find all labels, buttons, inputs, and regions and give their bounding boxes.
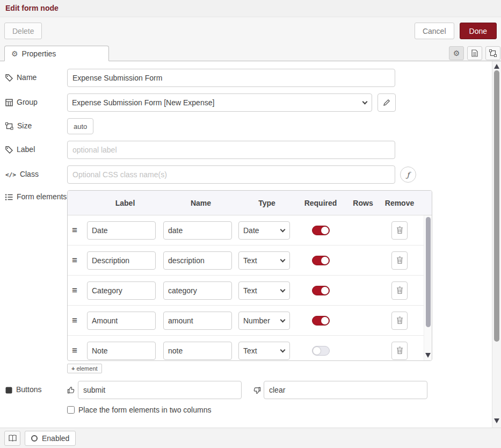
drag-handle-icon[interactable]: ≡ <box>72 316 87 325</box>
delete-button[interactable]: Delete <box>4 23 42 39</box>
size-label: Size <box>5 121 67 131</box>
element-label-input[interactable] <box>87 251 156 270</box>
dialog-title: Edit form node <box>0 0 501 17</box>
add-element-label: element <box>76 365 97 372</box>
class-helper-button[interactable]: ƒ <box>400 167 416 183</box>
required-toggle[interactable] <box>312 346 330 356</box>
required-toggle[interactable] <box>312 226 330 235</box>
form-elements-row: Form elements Label Name Type Required R… <box>5 190 485 373</box>
remove-element-button[interactable] <box>391 281 408 300</box>
label-row: Label <box>5 141 485 159</box>
element-label-input[interactable] <box>87 342 156 360</box>
appearance-icon <box>489 49 497 57</box>
group-label-text: Group <box>17 98 38 107</box>
name-input[interactable] <box>67 69 395 87</box>
element-label-input[interactable] <box>87 281 156 300</box>
done-button[interactable]: Done <box>460 23 497 39</box>
buttons-label: Buttons <box>5 385 67 395</box>
node-settings-button[interactable]: ⚙ <box>449 46 464 60</box>
clear-button-label-input[interactable] <box>264 381 427 399</box>
scroll-thumb[interactable] <box>494 70 499 342</box>
required-toggle[interactable] <box>312 316 330 326</box>
required-toggle[interactable] <box>312 256 330 265</box>
element-type-select[interactable]: Text <box>238 281 290 300</box>
add-element-button[interactable]: + element <box>67 364 102 373</box>
remove-element-button[interactable] <box>391 221 408 240</box>
scroll-up-icon[interactable] <box>494 64 499 69</box>
class-input[interactable] <box>67 165 395 184</box>
dialog-footer: Enabled <box>0 428 501 448</box>
trash-icon <box>396 226 403 234</box>
scroll-down-icon[interactable] <box>494 418 499 423</box>
element-type-select[interactable]: Number <box>238 312 290 330</box>
status-circle-icon <box>31 435 38 442</box>
node-info-button[interactable] <box>4 431 20 446</box>
label-label-text: Label <box>17 145 35 155</box>
tag-icon <box>5 146 13 154</box>
gear-icon: ⚙ <box>453 49 460 57</box>
properties-panel: Name Group Expense Submission Form [New … <box>0 61 501 428</box>
trash-icon <box>396 346 403 355</box>
group-row: Group Expense Submission Form [New Expen… <box>5 93 485 112</box>
element-name-input[interactable] <box>163 312 232 330</box>
dialog-button-bar: Delete Cancel Done <box>0 17 501 45</box>
element-label-input[interactable] <box>87 221 156 240</box>
table-scrollbar[interactable] <box>424 215 432 360</box>
column-header-rows: Rows <box>346 199 380 207</box>
toggle-knob <box>321 257 329 264</box>
column-header-required: Required <box>295 199 346 207</box>
tab-properties[interactable]: ⚙ Properties <box>4 46 109 61</box>
name-row: Name <box>5 69 485 87</box>
two-columns-checkbox[interactable] <box>67 406 75 414</box>
drag-handle-icon[interactable]: ≡ <box>72 346 87 355</box>
toggle-knob <box>321 287 329 294</box>
description-button[interactable] <box>467 46 482 60</box>
label-input[interactable] <box>67 141 395 159</box>
drag-handle-icon[interactable]: ≡ <box>72 256 87 265</box>
name-label-text: Name <box>17 73 37 83</box>
toggle-knob <box>321 317 329 324</box>
form-element-row: ≡ Text <box>68 245 432 276</box>
size-label-text: Size <box>17 121 32 131</box>
gear-icon: ⚙ <box>11 50 18 57</box>
tab-action-buttons: ⚙ <box>449 46 500 60</box>
vertical-scrollbar[interactable] <box>492 61 501 428</box>
column-header-label: Label <box>87 199 163 207</box>
enabled-toggle-button[interactable]: Enabled <box>25 431 76 446</box>
table-scroll-down-icon[interactable] <box>425 353 431 358</box>
element-type-select[interactable]: Date <box>238 221 290 240</box>
label-label: Label <box>5 145 67 155</box>
class-row: </> Class ƒ <box>5 165 485 184</box>
element-name-input[interactable] <box>163 221 232 240</box>
element-label-input[interactable] <box>87 312 156 330</box>
column-header-remove: Remove <box>380 199 419 207</box>
appearance-button[interactable] <box>485 46 500 60</box>
element-name-input[interactable] <box>163 281 232 300</box>
cancel-button[interactable]: Cancel <box>415 23 454 39</box>
group-select[interactable]: Expense Submission Form [New Expense] <box>67 93 372 112</box>
submit-button-label-input[interactable] <box>78 381 242 399</box>
thumbs-up-icon <box>67 386 75 394</box>
required-toggle[interactable] <box>312 286 330 295</box>
fx-icon: ƒ <box>407 171 410 179</box>
remove-element-button[interactable] <box>391 251 408 270</box>
element-type-select[interactable]: Text <box>238 342 290 360</box>
form-element-row: ≡ Text <box>68 336 432 360</box>
element-type-select[interactable]: Text <box>238 251 290 270</box>
edit-group-button[interactable] <box>377 93 396 112</box>
element-name-input[interactable] <box>163 251 232 270</box>
description-icon <box>471 49 478 57</box>
size-row: Size auto <box>5 118 485 134</box>
tab-properties-label: Properties <box>22 49 56 58</box>
code-icon: </> <box>5 171 16 178</box>
table-scroll-thumb[interactable] <box>426 217 431 327</box>
drag-handle-icon[interactable]: ≡ <box>72 226 87 235</box>
form-element-row: ≡ Text <box>68 276 432 306</box>
remove-element-button[interactable] <box>391 312 408 330</box>
group-label: Group <box>5 98 67 107</box>
drag-handle-icon[interactable]: ≡ <box>72 286 87 295</box>
size-button[interactable]: auto <box>67 118 93 134</box>
element-name-input[interactable] <box>163 342 232 360</box>
remove-element-button[interactable] <box>391 342 408 360</box>
thumbs-down-icon <box>253 386 261 394</box>
